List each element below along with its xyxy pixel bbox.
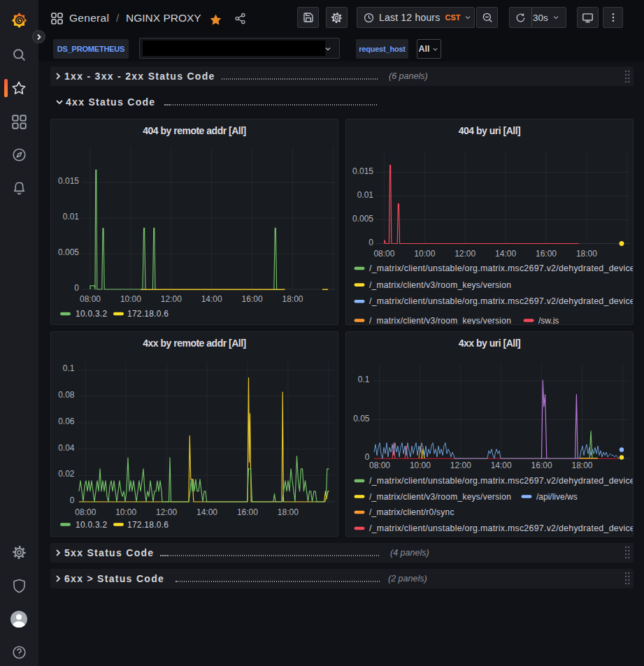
svg-text:0: 0 bbox=[368, 238, 373, 247]
svg-text:0.08: 0.08 bbox=[58, 390, 75, 400]
svg-text:172.18.0.6: 172.18.0.6 bbox=[127, 309, 169, 319]
svg-text:16:00: 16:00 bbox=[242, 294, 263, 304]
svg-text:/_matrix/client/v3/room_keys/v: /_matrix/client/v3/room_keys/version bbox=[369, 280, 511, 290]
svg-text:14:00: 14:00 bbox=[201, 294, 222, 304]
svg-text:12:00: 12:00 bbox=[450, 461, 471, 470]
svg-text:0.02: 0.02 bbox=[58, 469, 75, 479]
svg-text:12:00: 12:00 bbox=[156, 507, 177, 517]
svg-text:18:00: 18:00 bbox=[571, 461, 592, 470]
svg-text:10:00: 10:00 bbox=[410, 461, 431, 470]
svg-text:404 by remote addr [All]: 404 by remote addr [All] bbox=[143, 125, 246, 136]
svg-text:18:00: 18:00 bbox=[278, 507, 299, 517]
svg-text:14:00: 14:00 bbox=[495, 249, 516, 259]
svg-text:0.1: 0.1 bbox=[358, 375, 370, 384]
svg-text:/_matrix/client/r0/sync: /_matrix/client/r0/sync bbox=[369, 507, 455, 517]
svg-text:16:00: 16:00 bbox=[237, 507, 258, 517]
svg-text:0.015: 0.015 bbox=[352, 166, 373, 176]
svg-text:10:00: 10:00 bbox=[414, 249, 435, 259]
svg-text:10.0.3.2: 10.0.3.2 bbox=[76, 520, 107, 530]
svg-text:172.18.0.6: 172.18.0.6 bbox=[127, 520, 169, 530]
svg-text:08:00: 08:00 bbox=[80, 294, 101, 304]
svg-text:16:00: 16:00 bbox=[536, 249, 557, 259]
svg-text:0: 0 bbox=[74, 283, 79, 293]
svg-text:08:00: 08:00 bbox=[75, 507, 96, 517]
svg-text:12:00: 12:00 bbox=[161, 294, 182, 304]
svg-text:0.005: 0.005 bbox=[352, 214, 373, 224]
svg-text:/_matrix/client/unstable/org.m: /_matrix/client/unstable/org.matrix.msc2… bbox=[369, 523, 633, 533]
svg-text:0.01: 0.01 bbox=[357, 190, 374, 200]
svg-text:14:00: 14:00 bbox=[196, 507, 217, 517]
svg-text:0.1: 0.1 bbox=[63, 363, 75, 373]
svg-text:0: 0 bbox=[70, 495, 75, 505]
svg-text:/sw.js: /sw.js bbox=[538, 316, 559, 324]
svg-text:10:00: 10:00 bbox=[115, 507, 136, 517]
svg-text:10:00: 10:00 bbox=[120, 294, 141, 304]
svg-text:12:00: 12:00 bbox=[455, 249, 475, 259]
svg-text:/api/live/ws: /api/live/ws bbox=[536, 492, 578, 502]
svg-text:4xx by uri [All]: 4xx by uri [All] bbox=[459, 338, 520, 349]
svg-text:/_matrix/client/unstable/org.m: /_matrix/client/unstable/org.matrix.msc2… bbox=[369, 263, 633, 273]
svg-text:16:00: 16:00 bbox=[531, 461, 552, 470]
svg-text:/_matrix/client/v3/room_keys/v: /_matrix/client/v3/room_keys/version bbox=[369, 492, 511, 502]
svg-text:14:00: 14:00 bbox=[491, 461, 512, 470]
svg-text:/_matrix/client/unstable/org.m: /_matrix/client/unstable/org.matrix.msc2… bbox=[369, 476, 633, 486]
svg-text:0.01: 0.01 bbox=[63, 212, 80, 222]
svg-text:08:00: 08:00 bbox=[369, 461, 390, 470]
svg-text:10.0.3.2: 10.0.3.2 bbox=[76, 309, 107, 319]
svg-text:0.005: 0.005 bbox=[58, 247, 79, 257]
svg-text:404 by uri [All]: 404 by uri [All] bbox=[459, 125, 520, 136]
svg-text:0.05: 0.05 bbox=[353, 414, 370, 424]
svg-text:0.06: 0.06 bbox=[58, 417, 75, 426]
svg-text:4xx by remote addr [All]: 4xx by remote addr [All] bbox=[143, 338, 246, 349]
svg-text:0.015: 0.015 bbox=[58, 176, 79, 186]
svg-text:/_matrix/client/unstable/org.m: /_matrix/client/unstable/org.matrix.msc2… bbox=[369, 296, 633, 306]
svg-text:/_matrix/client/v3/room_keys/v: /_matrix/client/v3/room_keys/version bbox=[369, 316, 511, 324]
svg-text:18:00: 18:00 bbox=[576, 249, 597, 259]
svg-text:0.04: 0.04 bbox=[58, 443, 75, 453]
svg-text:08:00: 08:00 bbox=[373, 249, 394, 259]
svg-text:18:00: 18:00 bbox=[282, 294, 303, 304]
